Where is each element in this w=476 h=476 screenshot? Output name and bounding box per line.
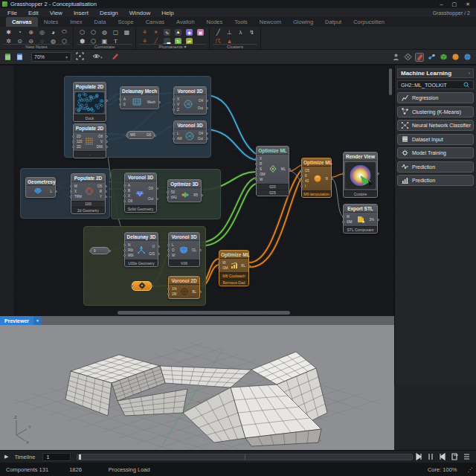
- port-in[interactable]: A: [120, 97, 126, 102]
- port-in[interactable]: N: [125, 242, 134, 248]
- port-dot[interactable]: [300, 175, 303, 177]
- port-dot[interactable]: [158, 245, 160, 248]
- save-icon[interactable]: ▦: [15, 52, 25, 62]
- circle-cw-icon[interactable]: ◔: [14, 28, 25, 36]
- port-in[interactable]: I3M: [257, 172, 266, 177]
- tab-canvas-0[interactable]: Canvas: [6, 17, 38, 27]
- port-out[interactable]: U: [149, 244, 158, 249]
- sidebar-item-dataset-input-3[interactable]: Dataset Input: [397, 134, 474, 145]
- port-dot[interactable]: [123, 244, 126, 246]
- port-out[interactable]: OX: [148, 186, 156, 191]
- port-out[interactable]: O5: [97, 184, 105, 189]
- port-dot[interactable]: [342, 216, 344, 218]
- hexnut-icon[interactable]: ⬡: [88, 28, 99, 36]
- port-out[interactable]: L: [50, 189, 55, 194]
- linechart-icon[interactable]: ∿: [161, 28, 173, 36]
- port-in[interactable]: 0: [120, 102, 126, 107]
- port-dot[interactable]: [167, 288, 170, 290]
- port-dot[interactable]: [206, 138, 208, 140]
- menu-design[interactable]: Design: [100, 10, 118, 16]
- tab-canvas-5[interactable]: Canvas: [140, 17, 170, 27]
- port-out[interactable]: 3%: [369, 217, 377, 222]
- port-dot[interactable]: [158, 101, 161, 103]
- port-in[interactable]: IR: [219, 260, 228, 266]
- chevron-down-icon[interactable]: ▼: [33, 316, 42, 325]
- port-in[interactable]: M0t: [125, 253, 134, 258]
- port-dot[interactable]: [342, 173, 344, 175]
- port-dot[interactable]: [331, 178, 333, 180]
- sphere-orange-icon[interactable]: [451, 53, 460, 62]
- port-in[interactable]: O: [169, 248, 175, 253]
- table-icon[interactable]: ▦: [121, 28, 132, 36]
- hexnut-icon[interactable]: ⬡: [77, 28, 88, 36]
- sidebar-header[interactable]: Machine Learning ›: [397, 68, 474, 78]
- port-in[interactable]: I: [302, 184, 309, 189]
- port-out[interactable]: D66: [97, 144, 106, 149]
- node-optimizeml-bottom[interactable]: Optimize MLIRI3MRLM8 CoolwashBornwus Dad: [219, 250, 249, 286]
- port-dot[interactable]: [105, 190, 107, 193]
- port-in[interactable]: TRM: [71, 194, 82, 199]
- port-dot[interactable]: [167, 249, 170, 251]
- sidebar-item-prediction-5[interactable]: Prediction: [397, 161, 474, 173]
- square-outline-icon[interactable]: ▢: [110, 28, 121, 36]
- port-in[interactable]: M: [344, 214, 353, 219]
- user-icon[interactable]: [391, 53, 400, 62]
- port-dot[interactable]: [255, 163, 257, 165]
- tab-tools-8[interactable]: Tools: [228, 17, 254, 27]
- menu-view[interactable]: View: [50, 10, 62, 16]
- tab-avalloh-6[interactable]: Avalloh: [170, 17, 200, 27]
- tab-glowing-10[interactable]: Glowing: [287, 17, 319, 27]
- port-dot[interactable]: [255, 173, 257, 176]
- node-optimizeml-right[interactable]: Optimize MLO5643IRM6-lamputation: [301, 158, 332, 198]
- port-dot[interactable]: [377, 173, 379, 175]
- node-optimizeml-center[interactable]: Optimize MLXRSI3MWML020025: [256, 146, 289, 196]
- relay-relay-gear[interactable]: [132, 281, 152, 291]
- tab-data-3[interactable]: Data: [89, 17, 112, 27]
- port-out[interactable]: RL: [241, 263, 248, 268]
- port-in[interactable]: 6A1: [168, 195, 177, 200]
- port-dot[interactable]: [300, 180, 303, 182]
- skip-forward-button[interactable]: [440, 453, 446, 460]
- circle-target-icon[interactable]: ◎: [36, 28, 48, 36]
- port-out[interactable]: Out: [198, 136, 206, 141]
- menu-help[interactable]: Help: [161, 10, 173, 16]
- port-in[interactable]: R: [257, 161, 266, 167]
- menu-insert[interactable]: Insert: [74, 10, 89, 16]
- node-export-stl[interactable]: Export STLMI0M3%STL Compusant: [343, 204, 378, 234]
- node-voronoi3d-b[interactable]: Voronoi 3DLA0IO4Out: [173, 120, 207, 144]
- port-in[interactable]: 6: [302, 173, 309, 178]
- component-purple-icon[interactable]: ◆: [184, 28, 195, 36]
- port-dot[interactable]: [300, 185, 303, 187]
- minimize-button[interactable]: –: [440, 1, 443, 7]
- port-in[interactable]: A: [125, 183, 132, 188]
- port-in[interactable]: X: [71, 189, 82, 194]
- port-dot[interactable]: [158, 253, 160, 255]
- sidebar-item-clustering-k-means--1[interactable]: Clustering (K-Means): [397, 106, 474, 118]
- port-dot[interactable]: [70, 196, 72, 198]
- mesh-diamond-icon[interactable]: [403, 53, 412, 62]
- tab-notes-1[interactable]: Notes: [38, 17, 65, 27]
- port-dot[interactable]: [300, 170, 303, 172]
- globe-blue-icon[interactable]: [463, 53, 472, 62]
- sidebar-item-model-training-4[interactable]: Model Training: [397, 147, 474, 158]
- lambda-icon[interactable]: λ: [235, 28, 246, 36]
- canvas-hscrollbar[interactable]: [118, 311, 290, 315]
- port-dot[interactable]: [377, 219, 379, 221]
- menu-file[interactable]: File: [7, 10, 17, 16]
- port-in[interactable]: S: [257, 167, 266, 172]
- port-dot[interactable]: [173, 103, 175, 106]
- port-dot[interactable]: [255, 178, 257, 181]
- port-in[interactable]: L: [169, 242, 175, 248]
- port-in[interactable]: 120: [74, 139, 83, 144]
- port-out[interactable]: R: [97, 189, 105, 194]
- menu-edit[interactable]: Edit: [28, 10, 39, 16]
- port-dot[interactable]: [105, 196, 107, 198]
- port-dot[interactable]: [123, 200, 126, 202]
- port-dot[interactable]: [167, 196, 169, 199]
- menu-window[interactable]: Window: [129, 10, 150, 16]
- port-in[interactable]: 50: [168, 190, 177, 195]
- port-dot[interactable]: [289, 168, 291, 170]
- port-dot[interactable]: [167, 293, 170, 295]
- anchor-icon[interactable]: ⊥: [224, 28, 235, 36]
- node-voronoi2d[interactable]: Voronoi 2D1%2MBL: [168, 276, 200, 299]
